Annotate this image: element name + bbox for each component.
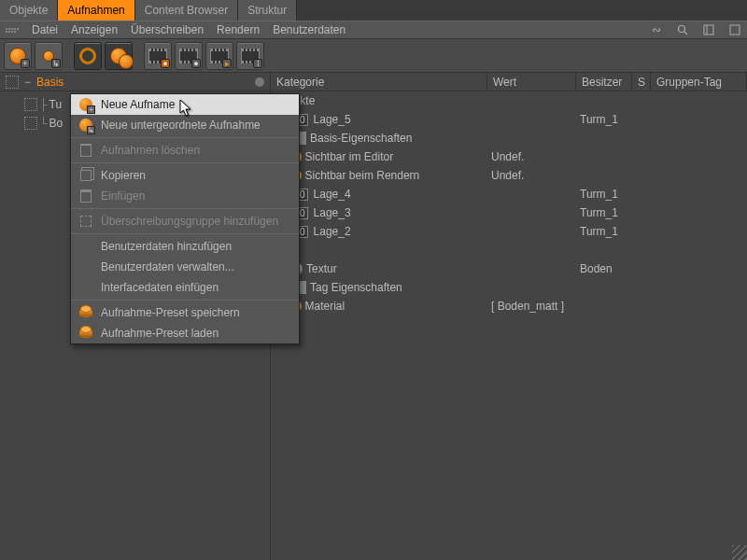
value-cell: Undef.: [487, 150, 576, 163]
data-row[interactable]: +TexturBoden: [271, 259, 747, 278]
separator: [71, 233, 299, 234]
context-menu-item[interactable]: Aufnahme-Preset speichern: [71, 302, 299, 323]
row-label: Basis-Eigenschaften: [310, 132, 412, 145]
row-label: Sichtbar im Editor: [305, 150, 394, 163]
separator: [71, 137, 299, 138]
header-tree: − Basis: [0, 73, 271, 91]
collapse-icon[interactable]: −: [24, 76, 31, 89]
tool-film-1[interactable]: ●: [144, 42, 172, 70]
owner-cell: Turm_1: [576, 206, 632, 219]
group-icon: [78, 214, 93, 229]
tool-film-3[interactable]: ▸: [205, 42, 233, 70]
context-menu-item[interactable]: Benutzerdaten verwalten...: [71, 257, 299, 277]
owner-cell: Boden: [576, 262, 632, 275]
context-menu-item[interactable]: Benutzerdaten hinzufügen: [71, 236, 299, 257]
header-gruppen[interactable]: Gruppen-Tag: [651, 73, 747, 91]
tree-item-label: Bo: [49, 117, 63, 130]
context-menu-label: Interfacedaten einfügen: [101, 281, 218, 294]
context-menu-label: Aufnahmen löschen: [101, 144, 200, 157]
menu-benutzerdaten[interactable]: Benutzerdaten: [273, 23, 345, 36]
context-menu-item[interactable]: Kopieren: [71, 165, 299, 186]
context-menu-item[interactable]: +Neue Aufname: [71, 94, 299, 115]
tool-ring[interactable]: [74, 42, 102, 70]
row-label: Material: [305, 300, 345, 313]
row-label: Lage_2: [314, 225, 351, 238]
menu-datei[interactable]: Datei: [32, 23, 58, 36]
svg-point-0: [679, 26, 685, 33]
data-row[interactable]: └PMaterial[ Boden_matt ]: [271, 297, 747, 315]
data-row[interactable]: +L 0Lage_3Turm_1: [271, 203, 747, 222]
data-row[interactable]: +L 0Lage_5Turm_1: [271, 110, 747, 129]
sync-icon[interactable]: ∾: [650, 23, 663, 36]
context-menu-item: Aufnahmen löschen: [71, 140, 299, 161]
column-headers: − Basis Kategorie Wert Besitzer S Gruppe…: [0, 73, 747, 91]
context-menu-label: Benutzerdaten verwalten...: [101, 260, 234, 273]
svg-rect-4: [730, 25, 740, 35]
tab-aufnahmen[interactable]: Aufnahmen: [58, 0, 134, 21]
svg-rect-2: [704, 25, 713, 35]
blank-icon: [78, 239, 93, 254]
menu-rendern[interactable]: Rendern: [217, 23, 260, 36]
search-icon[interactable]: [676, 23, 689, 36]
layout-a-icon[interactable]: [702, 23, 715, 36]
owner-cell: Turm_1: [576, 225, 632, 238]
context-menu-item[interactable]: Aufnahme-Preset laden: [71, 323, 299, 343]
tool-new-child-take[interactable]: ↳: [35, 42, 63, 70]
context-menu-label: Benutzerdaten hinzufügen: [101, 240, 232, 253]
tool-film-2[interactable]: ●: [175, 42, 203, 70]
svg-line-1: [684, 32, 687, 35]
value-cell: [ Boden_matt ]: [487, 300, 576, 313]
data-row[interactable]: Tags: [271, 241, 747, 259]
row-label: Tag Eigenschaften: [310, 281, 402, 294]
context-menu-label: Neue untergeordnete Aufnahme: [101, 119, 261, 132]
tool-new-take[interactable]: +: [4, 42, 32, 70]
target-icon[interactable]: [6, 76, 19, 89]
copy-icon: [78, 168, 93, 183]
blank-icon: [78, 280, 93, 295]
row-label: Lage_4: [314, 188, 351, 201]
context-menu-label: Aufnahme-Preset speichern: [101, 306, 240, 319]
tab-content-browser[interactable]: Content Browser: [135, 0, 238, 21]
tab-objekte[interactable]: Objekte: [0, 0, 58, 21]
tab-struktur[interactable]: Struktur: [238, 0, 297, 21]
header-wert[interactable]: Wert: [487, 73, 576, 91]
row-label: Lage_3: [314, 206, 351, 219]
header-besitzer[interactable]: Besitzer: [576, 73, 632, 91]
data-row[interactable]: -Basis-Eigenschaften: [271, 129, 747, 147]
context-menu: +Neue Aufname↳Neue untergeordnete Aufnah…: [70, 93, 300, 344]
trash-icon: [78, 143, 93, 158]
context-menu-item[interactable]: Interfacedaten einfügen: [71, 277, 299, 298]
data-row[interactable]: +L 0Lage_2Turm_1: [271, 222, 747, 241]
paste-icon: [78, 189, 93, 203]
context-menu-item[interactable]: ↳Neue untergeordnete Aufnahme: [71, 115, 299, 135]
row-label: Lage_5: [314, 113, 351, 126]
context-menu-item: Einfügen: [71, 186, 299, 206]
data-row[interactable]: └PSichtbar beim RendernUndef.: [271, 166, 747, 185]
data-row[interactable]: -Tag Eigenschaften: [271, 278, 747, 297]
data-column: Objekte+L 0Lage_5Turm_1-Basis-Eigenschaf…: [271, 91, 747, 560]
tool-film-4[interactable]: ⁞: [236, 42, 264, 70]
layout-b-icon[interactable]: [728, 23, 741, 36]
dot-icon: [255, 77, 264, 87]
row-label: Sichtbar beim Rendern: [305, 169, 420, 182]
menu-ueberschreiben[interactable]: Überschreiben: [131, 23, 204, 36]
take-icon: +: [78, 97, 93, 112]
menubar: Datei Anzeigen Überschreiben Rendern Ben…: [0, 21, 747, 39]
context-menu-item: Überschreibungsgruppe hinzufügen: [71, 211, 299, 231]
menu-anzeigen[interactable]: Anzeigen: [71, 23, 118, 36]
toolbar: + ↳ ● ● ▸ ⁞: [0, 39, 747, 73]
owner-cell: Turm_1: [576, 113, 632, 126]
tool-double-orb[interactable]: [105, 42, 133, 70]
header-kategorie[interactable]: Kategorie: [271, 73, 487, 91]
header-s[interactable]: S: [632, 73, 651, 91]
target-icon: [24, 98, 37, 111]
data-row[interactable]: +L 0Lage_4Turm_1: [271, 185, 747, 203]
data-row[interactable]: Objekte: [271, 91, 747, 110]
blank-icon: [78, 259, 93, 274]
tree-item-label: Tu: [49, 98, 63, 111]
preset-icon: [78, 326, 93, 341]
data-row[interactable]: └PSichtbar im EditorUndef.: [271, 147, 747, 166]
resize-grip-icon[interactable]: [732, 545, 747, 560]
value-cell: Undef.: [487, 169, 576, 182]
take-icon: ↳: [78, 118, 93, 133]
